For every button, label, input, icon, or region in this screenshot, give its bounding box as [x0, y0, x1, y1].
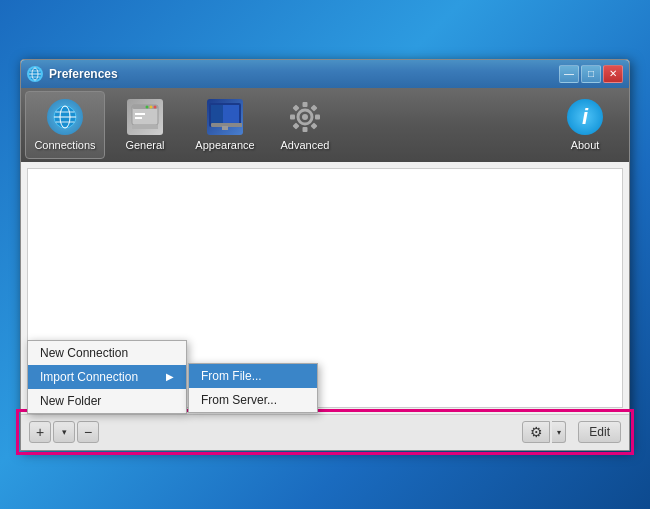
tab-general[interactable]: General: [105, 91, 185, 159]
maximize-button[interactable]: □: [581, 65, 601, 83]
toolbar: Connections General: [21, 88, 629, 162]
menu-item-new-connection[interactable]: New Connection: [28, 341, 186, 365]
context-menu: New Connection Import Connection ▶ From …: [27, 340, 187, 414]
title-bar-left: Preferences: [27, 66, 118, 82]
svg-rect-22: [222, 126, 228, 130]
tab-general-label: General: [125, 139, 164, 151]
svg-rect-13: [135, 117, 142, 119]
tab-advanced[interactable]: Advanced: [265, 91, 345, 159]
svg-rect-32: [310, 122, 317, 129]
appearance-icon: [207, 99, 243, 135]
preferences-window: Preferences — □ ✕ Connections: [20, 59, 630, 451]
remove-button[interactable]: −: [77, 421, 99, 443]
svg-rect-12: [135, 113, 145, 115]
submenu-item-from-file[interactable]: From File...: [189, 364, 317, 388]
svg-rect-28: [315, 114, 320, 119]
submenu-item-from-server[interactable]: From Server...: [189, 388, 317, 412]
minimize-button[interactable]: —: [559, 65, 579, 83]
submenu-arrow-icon: ▶: [166, 371, 174, 382]
gear-arrow-button[interactable]: ▾: [552, 421, 566, 443]
tab-about-label: About: [571, 139, 600, 151]
svg-point-16: [150, 105, 153, 108]
bottom-bar: + ▾ − ⚙ ▾ Edit New Connection Import Con…: [21, 414, 629, 450]
tab-appearance-label: Appearance: [195, 139, 254, 151]
svg-point-17: [146, 105, 149, 108]
menu-item-import-connection[interactable]: Import Connection ▶ From File... From Se…: [28, 365, 186, 389]
tab-appearance[interactable]: Appearance: [185, 91, 265, 159]
window-title: Preferences: [49, 67, 118, 81]
tab-about[interactable]: i About: [545, 91, 625, 159]
svg-rect-30: [310, 104, 317, 111]
submenu: From File... From Server...: [188, 363, 318, 413]
connections-icon: [47, 99, 83, 135]
svg-rect-14: [132, 125, 158, 129]
tab-connections-label: Connections: [34, 139, 95, 151]
app-icon: [27, 66, 43, 82]
svg-rect-29: [292, 104, 299, 111]
svg-rect-20: [211, 105, 223, 123]
gear-button[interactable]: ⚙: [522, 421, 550, 443]
about-icon: i: [567, 99, 603, 135]
title-bar: Preferences — □ ✕: [21, 60, 629, 88]
general-icon: [127, 99, 163, 135]
add-arrow-button[interactable]: ▾: [53, 421, 75, 443]
window-controls: — □ ✕: [559, 65, 623, 83]
close-button[interactable]: ✕: [603, 65, 623, 83]
tab-advanced-label: Advanced: [281, 139, 330, 151]
add-button[interactable]: +: [29, 421, 51, 443]
svg-rect-27: [290, 114, 295, 119]
svg-point-15: [154, 105, 157, 108]
edit-button[interactable]: Edit: [578, 421, 621, 443]
tab-connections[interactable]: Connections: [25, 91, 105, 159]
svg-rect-26: [303, 127, 308, 132]
svg-point-24: [302, 114, 308, 120]
svg-rect-25: [303, 102, 308, 107]
advanced-icon: [287, 99, 323, 135]
menu-item-new-folder[interactable]: New Folder: [28, 389, 186, 413]
svg-rect-31: [292, 122, 299, 129]
